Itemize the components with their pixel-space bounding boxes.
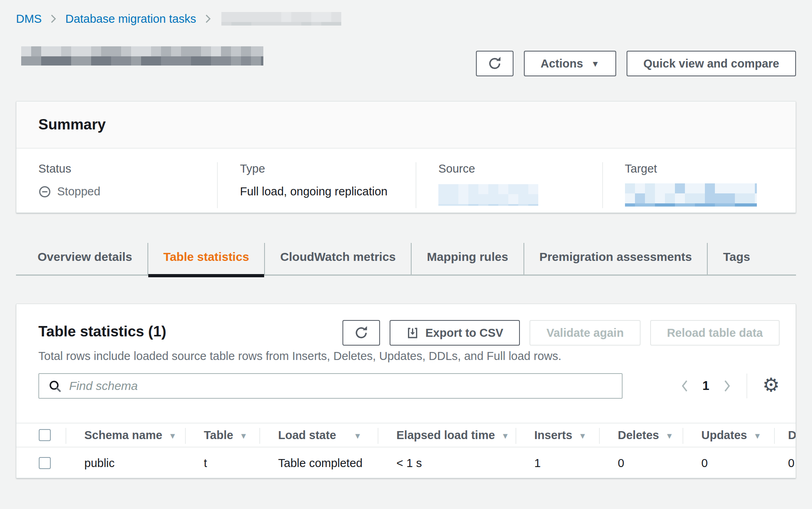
summary-title: Summary (38, 116, 106, 133)
find-schema-input[interactable] (69, 374, 622, 398)
status-label: Status (38, 162, 217, 175)
page-title-redacted (21, 46, 263, 66)
caret-down-icon: ▼ (591, 59, 599, 69)
tab-tags[interactable]: Tags (708, 239, 765, 274)
cell-schema-name: public (66, 447, 185, 478)
table-statistics-card: Table statistics (1) Export to CSV Valid… (16, 304, 796, 478)
cell-table: t (185, 447, 260, 478)
table-row: public t Table completed < 1 s 1 0 0 0 (16, 447, 796, 478)
tab-overview-details[interactable]: Overview details (22, 239, 147, 274)
schema-search-box (38, 373, 623, 399)
table-statistics-table: Schema name▼ Table▼ Load state▼ Elapsed … (16, 423, 796, 478)
chevron-right-icon (50, 14, 56, 24)
sort-icon: ▼ (579, 431, 587, 441)
pagination: 1 ⚙ (681, 374, 780, 398)
breadcrumb-current-redacted (221, 12, 341, 26)
reload-table-data-button[interactable]: Reload table data (650, 320, 780, 346)
table-statistics-description: Total rows include loaded source table r… (16, 350, 796, 363)
column-header-elapsed-load-time[interactable]: Elapsed load time▼ (378, 424, 516, 447)
previous-page-icon[interactable] (681, 379, 689, 393)
type-label: Type (240, 162, 415, 175)
sort-icon: ▼ (240, 431, 248, 441)
refresh-button[interactable] (476, 51, 513, 76)
cell-deletes: 0 (599, 447, 683, 478)
target-link-redacted[interactable] (625, 183, 757, 207)
type-value: Full load, ongoing replication (240, 185, 415, 198)
breadcrumb-link-dms[interactable]: DMS (16, 12, 42, 26)
select-all-header (16, 424, 66, 447)
quick-view-compare-button[interactable]: Quick view and compare (627, 51, 796, 76)
column-header-table[interactable]: Table▼ (185, 424, 260, 447)
column-header-inserts[interactable]: Inserts▼ (516, 424, 599, 447)
tab-premigration-assessments[interactable]: Premigration assessments (524, 239, 707, 274)
breadcrumb-link-migration-tasks[interactable]: Database migration tasks (65, 12, 196, 26)
column-header-ddls-clipped[interactable]: D (774, 424, 796, 447)
next-page-icon[interactable] (723, 379, 731, 393)
summary-field-status: Status Stopped (16, 162, 217, 208)
source-link-redacted[interactable] (438, 184, 538, 206)
summary-card: Summary Status Stopped Type Full load, o… (16, 101, 796, 213)
tab-mapping-rules[interactable]: Mapping rules (412, 239, 523, 274)
export-to-csv-label: Export to CSV (425, 326, 503, 340)
task-tabs: Overview details Table statistics CloudW… (16, 239, 796, 276)
sort-icon: ▼ (753, 431, 761, 441)
refresh-icon (488, 56, 502, 71)
cell-inserts: 1 (516, 447, 599, 478)
page-number[interactable]: 1 (701, 379, 711, 393)
refresh-icon (354, 326, 368, 340)
search-icon (48, 379, 62, 393)
cell-updates: 0 (683, 447, 774, 478)
tab-cloudwatch-metrics[interactable]: CloudWatch metrics (265, 239, 411, 274)
column-header-deletes[interactable]: Deletes▼ (599, 424, 683, 447)
export-to-csv-button[interactable]: Export to CSV (390, 320, 520, 346)
table-statistics-actions: Export to CSV Validate again Reload tabl… (342, 320, 780, 346)
status-value: Stopped (38, 185, 217, 198)
page-actions: Actions ▼ Quick view and compare (476, 51, 796, 76)
table-statistics-header: Table statistics (1) Export to CSV Valid… (16, 304, 796, 346)
cell-load-state: Table completed (260, 447, 378, 478)
summary-body: Status Stopped Type Full load, ongoing r… (16, 149, 796, 208)
settings-gear-icon[interactable]: ⚙ (762, 376, 780, 395)
chevron-right-icon (205, 14, 211, 24)
column-header-updates[interactable]: Updates▼ (683, 424, 774, 447)
table-refresh-button[interactable] (342, 320, 380, 346)
actions-button[interactable]: Actions ▼ (524, 51, 616, 76)
validate-again-button[interactable]: Validate again (529, 320, 640, 346)
summary-field-type: Type Full load, ongoing replication (217, 162, 415, 208)
actions-button-label: Actions (541, 57, 583, 70)
tab-table-statistics[interactable]: Table statistics (148, 239, 265, 274)
table-header-row: Schema name▼ Table▼ Load state▼ Elapsed … (16, 423, 796, 447)
sort-icon: ▼ (169, 431, 177, 441)
column-header-load-state[interactable]: Load state▼ (260, 424, 378, 447)
pagination-divider (746, 374, 747, 398)
source-label: Source (438, 162, 602, 175)
table-statistics-title: Table statistics (1) (38, 320, 166, 340)
column-header-schema-name[interactable]: Schema name▼ (66, 424, 185, 447)
breadcrumb: DMS Database migration tasks (16, 12, 341, 26)
summary-card-header: Summary (16, 101, 796, 149)
summary-field-source: Source (416, 162, 602, 208)
select-all-checkbox[interactable] (39, 429, 51, 441)
cell-ddls-clipped: 0 (774, 447, 796, 478)
cell-elapsed-load-time: < 1 s (378, 447, 516, 478)
table-controls: 1 ⚙ (16, 373, 796, 399)
sort-icon: ▼ (502, 431, 509, 441)
status-text: Stopped (57, 185, 100, 198)
summary-field-target: Target (602, 162, 796, 208)
download-icon (406, 327, 419, 339)
row-checkbox[interactable] (39, 457, 51, 469)
sort-icon: ▼ (354, 431, 362, 441)
sort-icon: ▼ (665, 431, 673, 441)
stopped-circle-minus-icon (38, 185, 51, 198)
target-label: Target (625, 162, 796, 175)
